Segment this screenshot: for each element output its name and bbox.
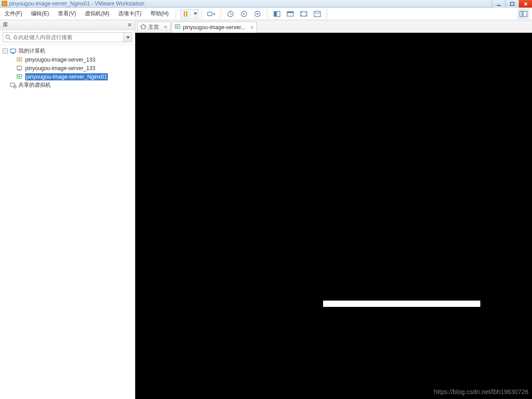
library-close-button[interactable]: ✕ xyxy=(127,22,132,28)
svg-rect-15 xyxy=(520,11,522,17)
tree-label: 共享的虚拟机 xyxy=(18,81,51,89)
content-area: 主页 ✕ pinyougou-image-server... ✕ CentOS … xyxy=(135,20,532,399)
unity-button[interactable] xyxy=(271,9,282,19)
library-tree: − 我的计算机 pinyougou-image-server_133 pinyo… xyxy=(0,45,135,399)
tab-home[interactable]: 主页 ✕ xyxy=(137,22,171,32)
tree-label: pinyougou-image-server_Nginx01 xyxy=(25,73,108,80)
progress-bar-fill xyxy=(323,301,480,307)
svg-rect-18 xyxy=(10,49,16,53)
menubar: 文件(F) 编辑(E) 查看(V) 虚拟机(M) 选项卡(T) 帮助(H) xyxy=(0,8,532,20)
collapse-icon[interactable]: − xyxy=(3,49,8,53)
svg-rect-24 xyxy=(18,70,21,71)
svg-rect-22 xyxy=(20,58,21,60)
library-sidebar: 库 ✕ − 我的计算机 xyxy=(0,20,135,399)
tab-bar: 主页 ✕ pinyougou-image-server... ✕ xyxy=(135,20,532,33)
vm-icon xyxy=(175,24,181,31)
svg-rect-1 xyxy=(510,2,514,5)
svg-rect-9 xyxy=(274,11,276,17)
minimize-button[interactable] xyxy=(492,0,505,8)
svg-rect-0 xyxy=(497,5,501,6)
pause-dropdown[interactable] xyxy=(192,9,199,19)
tab-label: pinyougou-image-server... xyxy=(183,24,245,31)
tree-vm-item[interactable]: pinyougou-image-server_133 xyxy=(3,55,132,64)
separator xyxy=(201,9,202,18)
svg-rect-14 xyxy=(314,11,320,17)
svg-rect-23 xyxy=(17,66,22,70)
svg-point-8 xyxy=(257,13,258,15)
tree-root-mycomputer[interactable]: − 我的计算机 xyxy=(3,47,132,55)
computer-icon xyxy=(9,48,17,54)
vm-off-icon xyxy=(16,65,23,71)
snapshot-button[interactable] xyxy=(225,9,236,19)
svg-rect-16 xyxy=(523,11,527,17)
svg-rect-20 xyxy=(17,58,22,61)
pause-vm-button[interactable] xyxy=(180,9,191,19)
svg-rect-2 xyxy=(184,11,185,17)
search-input[interactable] xyxy=(13,34,122,40)
home-icon xyxy=(140,24,146,31)
vm-running-icon xyxy=(16,74,23,80)
manage-snapshot-button[interactable] xyxy=(252,9,263,19)
send-ctrl-alt-del-button[interactable] xyxy=(206,9,217,19)
tab-vm[interactable]: pinyougou-image-server... ✕ xyxy=(172,22,257,33)
menu-edit[interactable]: 编辑(E) xyxy=(27,8,53,20)
revert-snapshot-button[interactable] xyxy=(239,9,249,19)
separator xyxy=(327,9,327,18)
search-dropdown[interactable] xyxy=(124,32,132,42)
menu-vm[interactable]: 虚拟机(M) xyxy=(80,8,114,20)
separator xyxy=(221,9,221,18)
window-titlebar: pinyougou-image-server_Nginx01 - VMware … xyxy=(0,0,532,8)
tree-vm-item[interactable]: pinyougou-image-server_133 xyxy=(3,64,132,72)
svg-rect-4 xyxy=(208,12,212,16)
separator xyxy=(176,9,176,18)
close-button[interactable] xyxy=(519,0,532,8)
library-title: 库 xyxy=(3,21,8,29)
main-area: 库 ✕ − 我的计算机 xyxy=(0,20,532,399)
fullscreen-button[interactable] xyxy=(312,9,323,19)
tab-close-button[interactable]: ✕ xyxy=(164,24,168,30)
console-view-button[interactable] xyxy=(285,9,296,19)
menu-view[interactable]: 查看(V) xyxy=(53,8,80,20)
app-icon xyxy=(2,1,7,6)
tree-label: 我的计算机 xyxy=(18,47,45,55)
vm-viewport[interactable]: CentOS 6.4 xyxy=(135,33,532,399)
tree-label: pinyougou-image-server_133 xyxy=(25,57,95,63)
tree-label: pinyougou-image-server_133 xyxy=(25,65,95,71)
menu-tabs[interactable]: 选项卡(T) xyxy=(114,8,146,20)
window-controls xyxy=(492,0,532,8)
tree-vm-item-selected[interactable]: pinyougou-image-server_Nginx01 xyxy=(3,72,132,81)
library-toggle-button[interactable] xyxy=(518,9,529,19)
svg-rect-21 xyxy=(18,58,19,60)
svg-rect-26 xyxy=(10,83,15,87)
tree-shared-vms[interactable]: 共享的虚拟机 xyxy=(3,81,132,89)
menu-file[interactable]: 文件(F) xyxy=(0,8,27,20)
maximize-button[interactable] xyxy=(505,0,519,8)
library-header: 库 ✕ xyxy=(0,20,135,30)
boot-progress xyxy=(323,301,480,307)
separator xyxy=(267,9,267,18)
svg-point-17 xyxy=(6,35,9,39)
library-search xyxy=(0,30,135,45)
search-icon xyxy=(5,34,11,40)
watermark: https://blog.csdn.net/lbh19630726 xyxy=(434,388,528,395)
tab-close-button[interactable]: ✕ xyxy=(250,25,254,31)
tab-label: 主页 xyxy=(148,23,159,31)
search-box[interactable] xyxy=(3,32,124,42)
shared-icon xyxy=(9,82,17,89)
stretch-button[interactable] xyxy=(298,9,309,19)
svg-rect-19 xyxy=(12,53,14,54)
svg-rect-10 xyxy=(277,11,280,17)
vm-paused-icon xyxy=(16,57,23,63)
menu-help[interactable]: 帮助(H) xyxy=(146,8,173,20)
svg-rect-3 xyxy=(186,11,187,17)
window-title: pinyougou-image-server_Nginx01 - VMware … xyxy=(9,0,144,7)
svg-rect-12 xyxy=(287,12,293,13)
